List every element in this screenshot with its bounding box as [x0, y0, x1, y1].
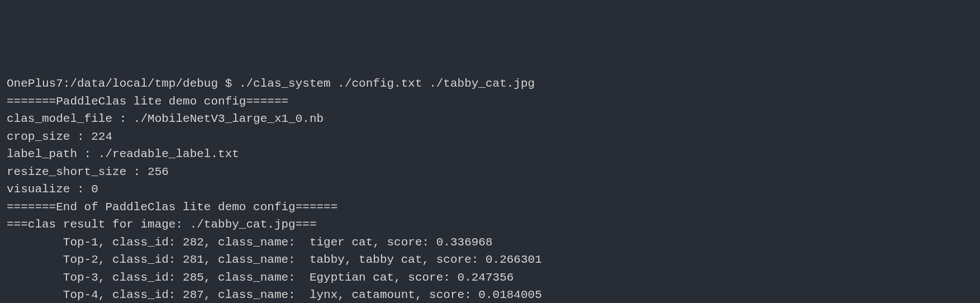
prompt-line: OnePlus7:/data/local/tmp/debug $ ./clas_…	[7, 77, 535, 90]
output-line: label_path : ./readable_label.txt	[7, 148, 239, 160]
output-line: crop_size : 224	[7, 130, 112, 143]
output-line: visualize : 0	[7, 183, 98, 196]
output-line: ===clas result for image: ./tabby_cat.jp…	[7, 218, 317, 231]
output-line: resize_short_size : 256	[7, 165, 169, 178]
result-line-top1: Top-1, class_id: 282, class_name: tiger …	[7, 236, 493, 249]
result-line-top3: Top-3, class_id: 285, class_name: Egypti…	[7, 271, 513, 284]
result-line-top2: Top-2, class_id: 281, class_name: tabby,…	[7, 253, 542, 266]
result-line-top4: Top-4, class_id: 287, class_name: lynx, …	[7, 288, 542, 301]
output-line: =======PaddleClas lite demo config======	[7, 95, 288, 108]
terminal-output[interactable]: OnePlus7:/data/local/tmp/debug $ ./clas_…	[7, 75, 973, 303]
command-text: ./clas_system ./config.txt ./tabby_cat.j…	[239, 77, 535, 90]
output-line: clas_model_file : ./MobileNetV3_large_x1…	[7, 112, 324, 125]
prompt-host-path: OnePlus7:/data/local/tmp/debug $	[7, 77, 239, 90]
output-line: =======End of PaddleClas lite demo confi…	[7, 201, 337, 214]
